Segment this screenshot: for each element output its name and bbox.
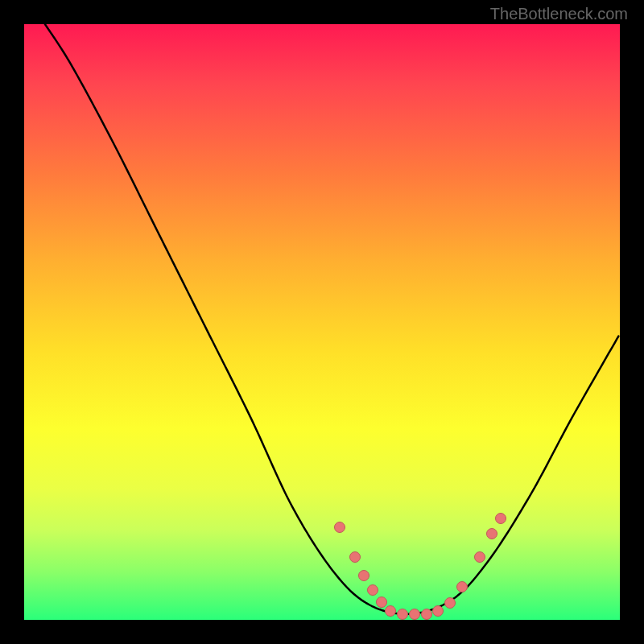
data-point-marker [421, 609, 432, 620]
data-point-marker [474, 551, 485, 563]
data-point-marker [495, 513, 506, 524]
data-point-marker [432, 605, 444, 617]
data-point-marker [385, 605, 396, 617]
data-point-marker [349, 551, 361, 563]
data-point-marker [486, 528, 497, 539]
data-point-marker [397, 609, 408, 620]
data-point-marker [358, 570, 369, 581]
chart-curve [24, 24, 620, 620]
data-point-marker [444, 597, 456, 609]
plot-area [24, 24, 620, 620]
data-point-marker [367, 584, 378, 596]
data-point-marker [409, 609, 420, 620]
watermark-text: TheBottleneck.com [490, 5, 628, 23]
data-point-marker [334, 522, 345, 533]
data-point-marker [456, 581, 468, 592]
data-point-marker [376, 597, 387, 608]
